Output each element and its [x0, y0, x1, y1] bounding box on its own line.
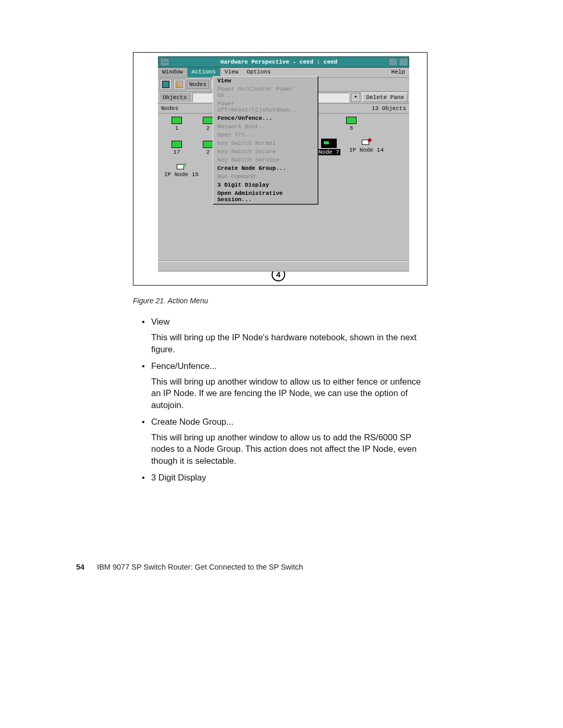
footer-bar	[158, 261, 409, 272]
bullet-create-node-group-body: This will bring up another window to all…	[151, 431, 427, 466]
ip-node-14[interactable]: IP Node 14	[348, 139, 385, 153]
bullet-view-body: This will bring up the IP Node's hardwar…	[151, 331, 427, 355]
node-1[interactable]: 1	[163, 117, 190, 131]
figure-caption: Figure 21. Action Menu	[133, 297, 208, 305]
menu-item-power-off: Power Off/Reset/(C)shutdown...	[213, 100, 317, 114]
page-footer: 54 IBM 9077 SP Switch Router: Get Connec…	[76, 563, 303, 571]
menu-item-create-node-group[interactable]: Create Node Group...	[213, 164, 317, 172]
node-label: 1	[163, 125, 190, 131]
footer-text: IBM 9077 SP Switch Router: Get Connected…	[97, 563, 303, 571]
bullet-label: Create Node Group...	[151, 417, 234, 426]
ip-node-icon	[362, 139, 371, 146]
bullet-label: Fence/Unfence...	[151, 361, 217, 371]
menu-item-view[interactable]: View	[213, 77, 317, 85]
menu-item-run-command: Run Command...	[213, 172, 317, 181]
minimize-icon[interactable]	[388, 58, 398, 66]
node-label: Node 7	[317, 149, 340, 155]
node-icon	[172, 141, 182, 148]
body-text: View This will bring up the IP Node's ha…	[142, 311, 427, 483]
bullet-label: 3 Digit Display	[151, 473, 206, 482]
objects-dropdown-icon[interactable]: ▾	[351, 93, 360, 102]
bullet-fence: Fence/Unfence...	[142, 360, 427, 372]
node-label: IP Node 15	[163, 171, 200, 178]
titlebar: Hardware Perspective - ceed : ceed	[158, 56, 409, 68]
node-icon	[321, 139, 337, 148]
page-number: 54	[76, 563, 84, 571]
node-icon	[172, 117, 182, 124]
node-6[interactable]: 6	[338, 117, 365, 131]
node-17[interactable]: 17	[163, 141, 190, 155]
toolbar-icon-1[interactable]	[160, 79, 172, 90]
status-left-label: Nodes	[161, 105, 178, 112]
objects-label: Objects	[160, 93, 190, 102]
node-label: 17	[163, 149, 190, 155]
toolbar-icon-2[interactable]	[173, 79, 186, 90]
menu-help[interactable]: Help	[387, 68, 409, 77]
actions-dropdown-menu: View Power On/Cluster Power On... Power …	[213, 76, 319, 205]
delete-pane-button[interactable]: Delete Pane	[362, 93, 408, 102]
node-label: IP Node 14	[348, 147, 385, 153]
menu-item-key-switch-secure: Key Switch Secure	[213, 147, 317, 156]
menu-item-key-switch-service: Key Switch Service	[213, 156, 317, 164]
status-object-count: 13 Objects	[372, 105, 406, 112]
node-icon	[203, 117, 213, 124]
toolbar-nodes-label: Nodes	[187, 80, 209, 89]
menu-window[interactable]: Window	[158, 68, 188, 77]
node-7[interactable]: Node 7	[314, 139, 344, 155]
bullet-label: View	[151, 317, 169, 326]
node-label: 6	[338, 125, 365, 131]
bullet-fence-body: This will bring up another window to all…	[151, 376, 427, 411]
ip-node-icon	[177, 163, 186, 170]
window-title: Hardware Perspective - ceed : ceed	[170, 59, 387, 65]
ip-node-15[interactable]: IP Node 15	[163, 163, 200, 178]
node-icon	[346, 117, 357, 124]
menu-item-key-switch-normal: Key Switch Normal	[213, 139, 317, 147]
node-icon	[203, 141, 213, 148]
maximize-icon[interactable]	[399, 58, 408, 66]
bullet-create-node-group: Create Node Group...	[142, 416, 427, 427]
menu-item-open-admin-session[interactable]: Open Administrative Session...	[213, 189, 317, 204]
window-menu-icon[interactable]	[160, 58, 169, 66]
bullet-3-digit-display: 3 Digit Display	[142, 472, 427, 483]
menu-item-fence-unfence[interactable]: Fence/Unfence...	[213, 114, 317, 122]
menu-item-open-tty: Open TTY...	[213, 131, 317, 139]
menu-item-network-boot: Network Boot...	[213, 122, 317, 131]
menu-item-3-digit-display[interactable]: 3 Digit Display	[213, 181, 317, 189]
bullet-view: View	[142, 316, 427, 327]
menu-item-power-on: Power On/Cluster Power On...	[213, 85, 317, 100]
